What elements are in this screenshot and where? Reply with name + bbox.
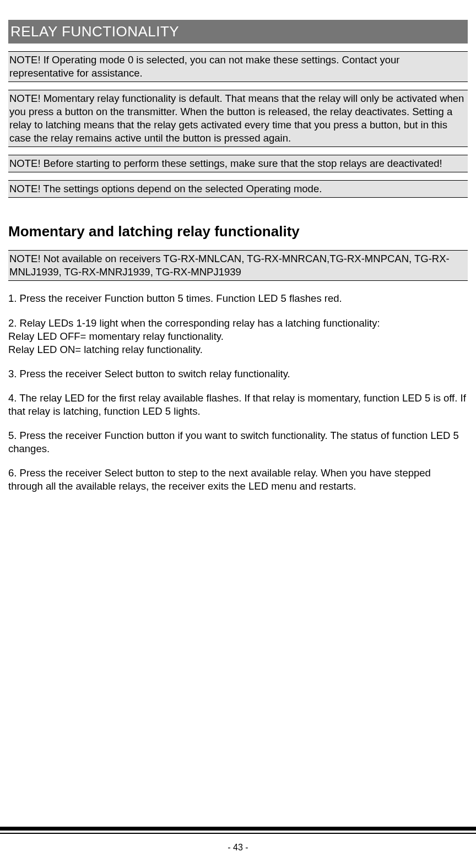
footer-rule-thin <box>0 833 476 834</box>
step-2-off: Relay LED OFF= momentary relay functiona… <box>8 330 468 343</box>
footer-rule-thick <box>0 827 476 831</box>
page-title-bar: RELAY FUNCTIONALITY <box>8 20 468 44</box>
step-6: 6. Press the receiver Select button to s… <box>8 466 468 493</box>
step-5: 5. Press the receiver Function button if… <box>8 429 468 455</box>
step-4: 4. The relay LED for the first relay ava… <box>8 392 468 418</box>
note-momentary-default: NOTE! Momentary relay functionality is d… <box>8 90 468 147</box>
step-3: 3. Press the receiver Select button to s… <box>8 367 468 381</box>
step-1: 1. Press the receiver Function button 5 … <box>8 292 468 305</box>
step-2: 2. Relay LEDs 1-19 light when the corres… <box>8 317 468 330</box>
note-operating-mode-0: NOTE! If Operating mode 0 is selected, y… <box>8 51 468 82</box>
note-stop-relays: NOTE! Before starting to perform these s… <box>8 155 468 172</box>
section-heading: Momentary and latching relay functionali… <box>8 223 468 240</box>
step-2-on: Relay LED ON= latching relay functionali… <box>8 343 468 356</box>
page-number: - 43 - <box>0 843 476 853</box>
note-settings-depend: NOTE! The settings options depend on the… <box>8 180 468 198</box>
note-not-available: NOTE! Not available on receivers TG-RX-M… <box>8 250 468 281</box>
